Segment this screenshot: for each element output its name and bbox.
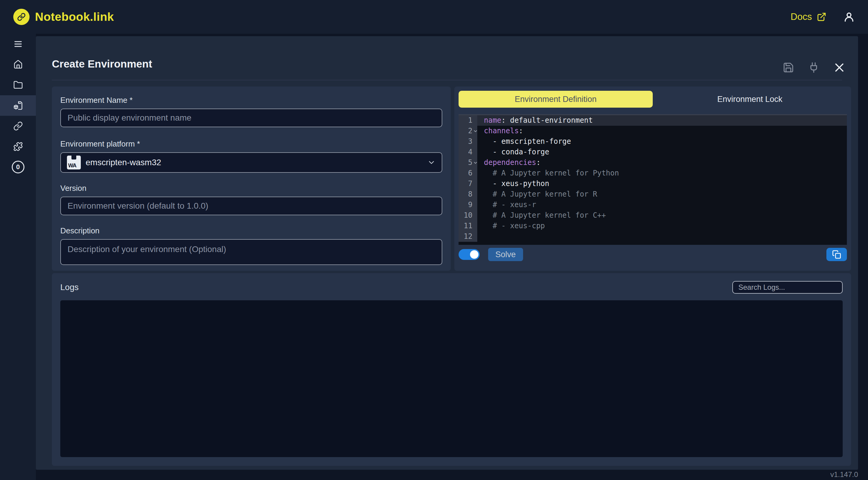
- code-line[interactable]: 11 # - xeus-cpp: [459, 221, 847, 231]
- app-root: Notebook.link Docs: [0, 0, 868, 480]
- line-number: 1: [459, 115, 477, 126]
- code-line[interactable]: 6 # A Jupyter kernel for Python: [459, 168, 847, 179]
- header-divider: [52, 80, 842, 80]
- plug-icon: [808, 62, 819, 73]
- logs-card: Logs: [52, 273, 851, 466]
- code-line[interactable]: 8 # A Jupyter kernel for R: [459, 189, 847, 200]
- folder-icon: [13, 80, 23, 90]
- platform-label: Environment platform *: [60, 139, 442, 149]
- line-number: 5: [459, 157, 477, 168]
- code-text: - xeus-python: [477, 179, 847, 189]
- app-version: v1.147.0: [830, 470, 858, 479]
- yaml-code-editor[interactable]: 1name: default-environment2channels:3 - …: [459, 114, 847, 245]
- dialog-title: Create Environment: [52, 58, 152, 70]
- code-line[interactable]: 10 # A Jupyter kernel for C++: [459, 210, 847, 221]
- connect-button[interactable]: [808, 62, 819, 73]
- chevron-down-icon: [427, 158, 436, 167]
- code-line[interactable]: 3 - emscripten-forge: [459, 136, 847, 147]
- description-label: Description: [60, 226, 442, 236]
- sidebar-item-home[interactable]: [0, 54, 36, 75]
- line-number: 12: [459, 231, 477, 242]
- line-number: 11: [459, 221, 477, 231]
- close-icon: [833, 61, 845, 73]
- code-line[interactable]: 4 - conda-forge: [459, 147, 847, 157]
- tab-environment-lock[interactable]: Environment Lock: [653, 91, 847, 108]
- link-logo-icon: [13, 9, 30, 25]
- code-line[interactable]: 12: [459, 231, 847, 242]
- version-label: Version: [60, 184, 442, 193]
- top-bar: Notebook.link Docs: [0, 0, 868, 34]
- code-text: - conda-forge: [477, 147, 847, 157]
- code-line[interactable]: 5dependencies:: [459, 157, 847, 168]
- save-button[interactable]: [783, 62, 794, 73]
- sidebar-item-extensions[interactable]: [0, 136, 36, 157]
- menu-icon: [13, 39, 23, 49]
- code-text: # A Jupyter kernel for Python: [477, 168, 847, 179]
- code-text: # - xeus-r: [477, 200, 847, 210]
- external-link-icon: [817, 12, 827, 22]
- create-environment-dialog: Create Environment: [36, 36, 858, 470]
- code-text: # - xeus-cpp: [477, 221, 847, 231]
- docs-label: Docs: [790, 11, 812, 22]
- logs-title: Logs: [60, 282, 79, 292]
- platform-selected-value: emscripten-wasm32: [86, 158, 161, 167]
- code-line[interactable]: 1name: default-environment: [459, 115, 847, 126]
- close-dialog-button[interactable]: [833, 61, 845, 73]
- code-text: # A Jupyter kernel for C++: [477, 210, 847, 221]
- code-text: - emscripten-forge: [477, 136, 847, 147]
- counter-badge: 0: [12, 161, 24, 173]
- code-text: name: default-environment: [477, 115, 847, 126]
- line-number: 3: [459, 136, 477, 147]
- code-line[interactable]: 9 # - xeus-r: [459, 200, 847, 210]
- line-number: 4: [459, 147, 477, 157]
- sidebar-item-files[interactable]: [0, 75, 36, 95]
- solve-button[interactable]: Solve: [488, 248, 523, 261]
- environment-editor-card: Environment Definition Environment Lock …: [454, 87, 851, 271]
- code-text: # A Jupyter kernel for R: [477, 189, 847, 200]
- editor-actions-row: Solve: [459, 247, 847, 262]
- line-number: 9: [459, 200, 477, 210]
- sidebar: 0: [0, 34, 36, 480]
- platform-select[interactable]: WA emscripten-wasm32: [60, 152, 442, 173]
- fold-chevron-icon[interactable]: [473, 160, 478, 165]
- code-text: dependencies:: [477, 157, 847, 168]
- user-menu-button[interactable]: [843, 11, 855, 23]
- fold-chevron-icon[interactable]: [473, 129, 478, 133]
- logs-output-area: [60, 300, 843, 457]
- environment-form-card: Environment Name * Environment platform …: [52, 87, 451, 271]
- sidebar-item-links[interactable]: [0, 116, 36, 136]
- line-number: 7: [459, 179, 477, 189]
- save-icon: [783, 62, 794, 73]
- code-text: channels:: [477, 126, 847, 136]
- line-number: 8: [459, 189, 477, 200]
- line-number: 10: [459, 210, 477, 221]
- solve-toggle[interactable]: [459, 249, 480, 260]
- editor-tabs: Environment Definition Environment Lock: [459, 91, 847, 108]
- home-icon: [13, 60, 23, 69]
- puzzle-icon: [13, 142, 23, 151]
- user-icon: [843, 11, 855, 23]
- tab-environment-definition[interactable]: Environment Definition: [459, 91, 653, 108]
- logs-search-input[interactable]: [732, 281, 843, 294]
- description-textarea[interactable]: [60, 239, 442, 265]
- brand-name: Notebook.link: [35, 10, 114, 24]
- version-input[interactable]: [60, 197, 442, 215]
- code-line[interactable]: 2channels:: [459, 126, 847, 136]
- link-icon: [13, 121, 23, 131]
- sidebar-item-environments[interactable]: [0, 95, 36, 116]
- copy-button[interactable]: [827, 248, 847, 261]
- name-label: Environment Name *: [60, 96, 442, 105]
- webassembly-icon: WA: [67, 156, 81, 170]
- code-line[interactable]: 7 - xeus-python: [459, 179, 847, 189]
- environment-file-cube-icon: [13, 100, 23, 111]
- sidebar-menu-button[interactable]: [0, 34, 36, 54]
- environment-name-input[interactable]: [60, 109, 442, 127]
- brand-logo[interactable]: Notebook.link: [13, 9, 114, 25]
- sidebar-item-status-counter[interactable]: 0: [0, 157, 36, 177]
- copy-icon: [832, 250, 841, 259]
- counter-value: 0: [16, 163, 20, 171]
- docs-link[interactable]: Docs: [790, 11, 827, 22]
- line-number: 2: [459, 126, 477, 136]
- code-text: [477, 231, 847, 242]
- line-number: 6: [459, 168, 477, 179]
